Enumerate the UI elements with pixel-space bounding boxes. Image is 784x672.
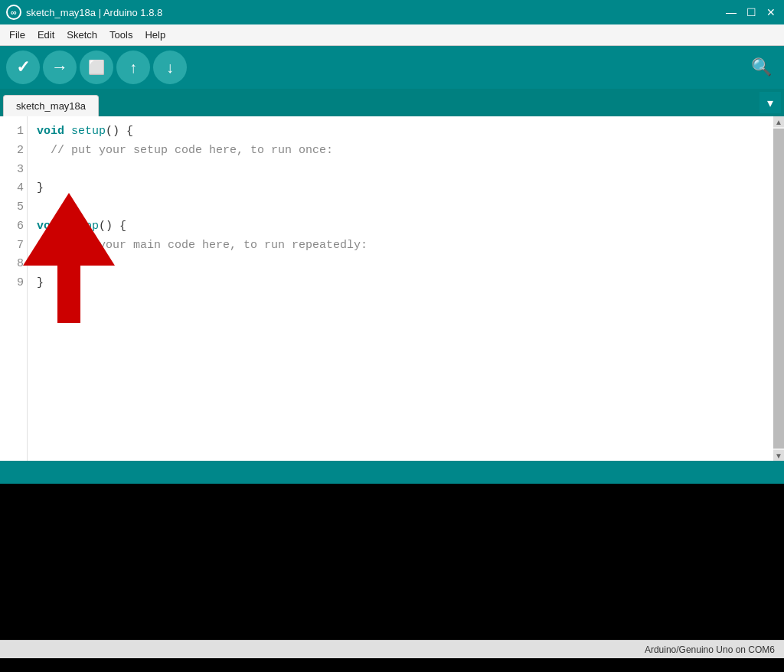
menu-file[interactable]: File (3, 26, 31, 44)
comment-loop: // put your main code here, to run repea… (37, 239, 368, 252)
code-line-3 (37, 161, 764, 180)
tab-dropdown-button[interactable]: ▾ (760, 92, 781, 113)
menu-help[interactable]: Help (139, 26, 172, 44)
code-line-7: // put your main code here, to run repea… (37, 237, 764, 256)
code-line-8 (37, 255, 764, 274)
open-button[interactable]: ↑ (116, 51, 150, 84)
bottom-bar (0, 461, 784, 484)
verify-icon: ✓ (16, 57, 30, 77)
open-icon: ↑ (129, 59, 137, 77)
tab-bar: sketch_may18a ▾ (0, 89, 784, 116)
title-bar-controls: — ☐ ✕ (724, 5, 778, 19)
line-num-1: 1 (3, 122, 24, 142)
search-button[interactable]: 🔍 (744, 51, 778, 84)
status-bar: Arduino/Genuino Uno on COM6 (0, 640, 784, 658)
menu-tools[interactable]: Tools (103, 26, 139, 44)
arduino-logo: ∞ (6, 5, 21, 20)
code-line-6: void loop() { (37, 217, 764, 237)
status-text: Arduino/Genuino Uno on COM6 (645, 644, 775, 655)
line-num-3: 3 (3, 161, 24, 180)
line-num-8: 8 (3, 255, 24, 274)
close-brace-2: } (37, 276, 44, 289)
toolbar: ✓ → ⬜ ↑ ↓ 🔍 (0, 46, 784, 89)
close-button[interactable]: ✕ (764, 5, 778, 19)
line-num-7: 7 (3, 237, 24, 256)
line-num-2: 2 (3, 142, 24, 161)
keyword-setup: setup (71, 125, 106, 138)
verify-button[interactable]: ✓ (6, 51, 40, 84)
line-num-4: 4 (3, 179, 24, 198)
upload-icon: → (51, 57, 68, 77)
menu-sketch[interactable]: Sketch (60, 26, 103, 44)
upload-button[interactable]: → (43, 51, 77, 84)
line-num-5: 5 (3, 198, 24, 217)
code-line-2: // put your setup code here, to run once… (37, 142, 764, 161)
search-icon: 🔍 (751, 57, 772, 77)
keyword-loop: loop (71, 220, 99, 233)
toolbar-right: 🔍 (744, 51, 778, 84)
new-button[interactable]: ⬜ (80, 51, 113, 84)
code-line-4: } (37, 179, 764, 198)
save-icon: ↓ (166, 59, 174, 77)
line-num-6: 6 (3, 217, 24, 237)
scroll-up-arrow[interactable]: ▲ (773, 116, 784, 127)
new-icon: ⬜ (88, 59, 105, 76)
window-title: sketch_may18a | Arduino 1.8.8 (26, 7, 162, 18)
menu-edit[interactable]: Edit (31, 26, 60, 44)
close-brace-1: } (37, 181, 44, 194)
minimize-button[interactable]: — (724, 5, 738, 19)
code-area[interactable]: void setup() { // put your setup code he… (28, 116, 773, 461)
title-bar: ∞ sketch_may18a | Arduino 1.8.8 — ☐ ✕ (0, 0, 784, 24)
code-line-5 (37, 198, 764, 217)
scrollbar: ▲ ▼ (773, 116, 784, 461)
scroll-thumb[interactable] (773, 129, 784, 449)
comment-setup: // put your setup code here, to run once… (37, 144, 333, 157)
keyword-void-2: void (37, 220, 64, 233)
save-button[interactable]: ↓ (153, 51, 187, 84)
keyword-void-1: void (37, 125, 64, 138)
code-line-1: void setup() { (37, 122, 764, 142)
console-area: Arduino/Genuino Uno on COM6 (0, 484, 784, 658)
menu-bar: File Edit Sketch Tools Help (0, 24, 784, 46)
scroll-down-arrow[interactable]: ▼ (773, 450, 784, 461)
line-numbers: 1 2 3 4 5 6 7 8 9 (0, 116, 28, 461)
code-line-9: } (37, 274, 764, 293)
editor-container: 1 2 3 4 5 6 7 8 9 void setup() { // put … (0, 116, 784, 461)
line-num-9: 9 (3, 274, 24, 293)
chevron-down-icon: ▾ (767, 96, 773, 110)
sketch-tab[interactable]: sketch_may18a (3, 95, 99, 116)
maximize-button[interactable]: ☐ (744, 5, 758, 19)
title-bar-left: ∞ sketch_may18a | Arduino 1.8.8 (6, 5, 162, 20)
